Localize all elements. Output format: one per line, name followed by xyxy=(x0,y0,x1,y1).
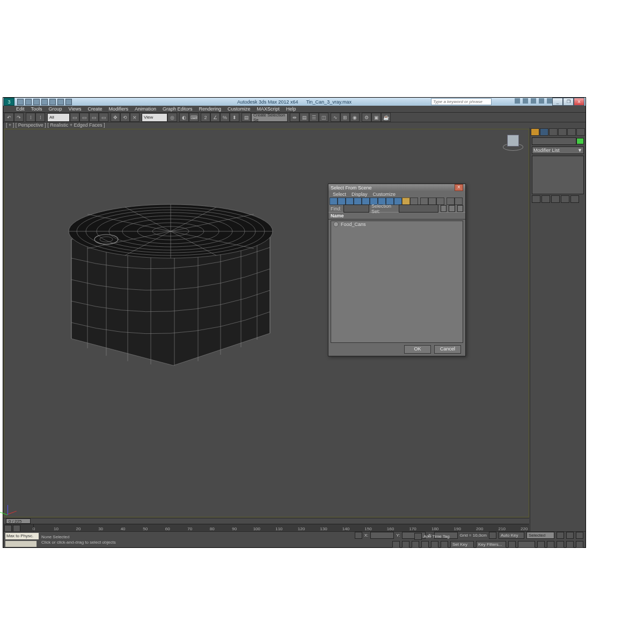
rotate-icon[interactable]: ⟲ xyxy=(120,113,130,122)
menu-group[interactable]: Group xyxy=(46,106,65,112)
qat-save-icon[interactable] xyxy=(33,99,40,105)
modifier-list-dropdown[interactable]: Modifier List ▼ xyxy=(532,147,584,154)
maximize-button[interactable]: ❐ xyxy=(563,98,574,106)
dialog-title-bar[interactable]: Select From Scene X xyxy=(328,184,465,191)
link-icon[interactable]: ⁞ xyxy=(26,113,35,122)
menu-edit[interactable]: Edit xyxy=(13,106,28,112)
prev-frame-icon[interactable] xyxy=(566,532,574,539)
object-color-swatch[interactable] xyxy=(576,138,584,144)
minimize-button[interactable]: _ xyxy=(552,98,563,106)
exchange-icon[interactable] xyxy=(531,98,536,104)
dialog-menu-select[interactable]: Select xyxy=(333,192,346,197)
viewcube[interactable] xyxy=(502,131,523,153)
x-coord-field[interactable] xyxy=(370,532,394,539)
menu-graph-editors[interactable]: Graph Editors xyxy=(159,106,196,112)
filter-lights-icon[interactable] xyxy=(346,197,354,205)
filter-frozen-icon[interactable] xyxy=(410,197,418,205)
maxscript-output[interactable] xyxy=(5,540,37,548)
nav-maximize-icon[interactable] xyxy=(441,541,448,548)
tab-motion-icon[interactable] xyxy=(558,128,567,136)
qat-undo-icon[interactable] xyxy=(41,99,48,105)
viewcube-cube-icon[interactable] xyxy=(507,135,519,147)
track-bar[interactable]: 0 10 20 30 40 50 60 70 80 90 100 110 120… xyxy=(4,524,529,531)
align-icon[interactable]: ▤ xyxy=(299,113,309,122)
material-editor-icon[interactable]: ◉ xyxy=(350,113,360,122)
scene-object-list[interactable]: Food_Cans xyxy=(331,221,463,343)
time-config-icon[interactable] xyxy=(537,541,545,548)
use-center-icon[interactable]: ◎ xyxy=(167,113,177,122)
filter-cameras-icon[interactable] xyxy=(354,197,362,205)
window-crossing-icon[interactable]: ▭ xyxy=(99,113,108,122)
select-manipulate-icon[interactable]: ◐ xyxy=(179,113,189,122)
selection-set-dropdown[interactable] xyxy=(399,204,438,213)
auto-key-button[interactable]: Auto Key xyxy=(499,532,524,539)
menu-maxscript[interactable]: MAXScript xyxy=(254,106,283,112)
nav-zoom-all-icon[interactable] xyxy=(547,541,554,548)
favorite-icon[interactable] xyxy=(539,98,544,104)
nav-orbit-icon[interactable] xyxy=(431,541,438,548)
dialog-close-button[interactable]: X xyxy=(455,184,463,191)
qat-more-icon[interactable] xyxy=(65,99,72,105)
menu-customize[interactable]: Customize xyxy=(224,106,254,112)
scale-icon[interactable]: ⤧ xyxy=(130,113,140,122)
menu-help[interactable]: Help xyxy=(283,106,299,112)
layers-icon[interactable]: ☰ xyxy=(309,113,319,122)
list-header-name[interactable]: Name xyxy=(328,212,465,219)
qat-link-icon[interactable] xyxy=(57,99,64,105)
goto-end-icon[interactable] xyxy=(402,541,409,548)
snap-angle-icon[interactable]: ∠ xyxy=(210,113,220,122)
snap-percent-icon[interactable]: % xyxy=(220,113,230,122)
nav-pan-icon[interactable] xyxy=(412,541,419,548)
goto-start-icon[interactable] xyxy=(557,532,564,539)
list-item[interactable]: Food_Cans xyxy=(331,221,463,228)
filter-shapes-icon[interactable] xyxy=(338,197,346,205)
help-icon[interactable] xyxy=(547,98,552,104)
time-slider-handle[interactable]: 0 / 225 xyxy=(6,518,31,524)
menu-rendering[interactable]: Rendering xyxy=(196,106,225,112)
selset-btn1-icon[interactable] xyxy=(441,205,447,212)
current-frame-field[interactable] xyxy=(518,541,535,548)
menu-views[interactable]: Views xyxy=(65,106,85,112)
keyboard-shortcut-icon[interactable]: ⌨ xyxy=(189,113,199,122)
graphite-icon[interactable]: ◫ xyxy=(319,113,328,122)
nav-zoom-icon[interactable] xyxy=(421,541,429,548)
nav-zoom-extents-icon[interactable] xyxy=(557,541,564,548)
menu-create[interactable]: Create xyxy=(84,106,105,112)
select-none-icon[interactable] xyxy=(428,197,436,205)
configure-sets-icon[interactable] xyxy=(570,195,579,203)
select-name-icon[interactable]: ▭ xyxy=(79,113,89,122)
nav-fov-icon[interactable] xyxy=(566,541,574,548)
show-end-result-icon[interactable] xyxy=(541,195,550,203)
select-object-icon[interactable]: ▭ xyxy=(70,113,79,122)
tab-hierarchy-icon[interactable] xyxy=(549,128,558,136)
filter-helpers-icon[interactable] xyxy=(362,197,370,205)
key-filters-button[interactable]: Key Filters... xyxy=(476,541,506,548)
qat-redo-icon[interactable] xyxy=(49,99,56,105)
undo-icon[interactable]: ↶ xyxy=(4,113,14,122)
signin-icon[interactable] xyxy=(523,98,528,104)
play-icon[interactable] xyxy=(576,532,583,539)
menu-tools[interactable]: Tools xyxy=(28,106,46,112)
pin-stack-icon[interactable] xyxy=(532,195,540,203)
filter-containers-icon[interactable] xyxy=(402,197,410,205)
time-slider[interactable]: 0 / 225 xyxy=(4,518,529,524)
schematic-icon[interactable]: ⊞ xyxy=(340,113,350,122)
ref-coord-dropdown[interactable]: View xyxy=(142,113,167,122)
ok-button[interactable]: OK xyxy=(404,345,431,354)
close-button[interactable]: X xyxy=(574,98,584,106)
key-mode-dropdown[interactable]: Selected xyxy=(526,532,554,539)
named-sel-icon[interactable]: ▤ xyxy=(241,113,251,122)
selection-filter-dropdown[interactable]: All xyxy=(47,113,70,122)
tab-modify-icon[interactable] xyxy=(540,128,548,136)
key-mode-icon[interactable] xyxy=(508,541,516,548)
select-invert-icon[interactable] xyxy=(436,197,444,205)
select-all-icon[interactable] xyxy=(420,197,428,205)
object-name-field[interactable] xyxy=(532,137,576,145)
menu-modifiers[interactable]: Modifiers xyxy=(105,106,131,112)
maxscript-mini-listener[interactable]: Max to Physc. xyxy=(5,532,39,540)
unlink-icon[interactable]: ⁞ xyxy=(35,113,45,122)
render-icon[interactable]: ☕ xyxy=(381,113,391,122)
filter-geometry-icon[interactable] xyxy=(330,197,338,205)
select-region-icon[interactable]: ▭ xyxy=(89,113,99,122)
mirror-icon[interactable]: ⇹ xyxy=(290,113,299,122)
